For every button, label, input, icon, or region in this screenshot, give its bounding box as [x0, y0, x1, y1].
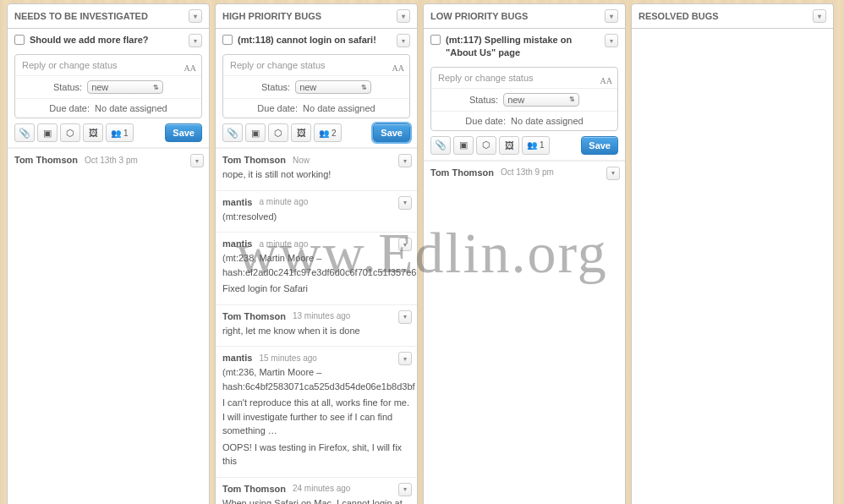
column-header: HIGH PRIORITY BUGS [216, 4, 417, 29]
comment-time: Now [293, 156, 310, 165]
comment: Tom Thomson13 minutes agoright, let me k… [216, 304, 417, 347]
comment-time: Oct 13th 9 pm [501, 167, 554, 177]
comment-author: Tom Thomson [14, 155, 78, 165]
comment-time: a minute ago [259, 197, 308, 206]
column-title: LOW PRIORITY BUGS [430, 11, 528, 21]
comment-body: (mt:resolved) [222, 210, 410, 224]
save-button[interactable]: Save [373, 123, 410, 142]
reply-box: Reply or change statusAAStatus:newDue da… [222, 54, 410, 118]
dropbox-icon[interactable]: ⬡ [476, 136, 496, 155]
reply-input[interactable]: Reply or change statusAA [223, 55, 409, 76]
comment-author: Tom Thomson [222, 484, 286, 494]
comment: mantisa minute ago(mt:resolved) [216, 190, 417, 233]
column: NEEDS TO BE INVESTIGATEDShould we add mo… [7, 3, 210, 504]
comment: mantisa minute ago(mt:238, Martin Moore … [216, 232, 417, 304]
dropbox-icon[interactable]: ⬡ [268, 123, 288, 142]
image-icon[interactable]: 🖼 [83, 123, 103, 142]
column-menu-button[interactable] [189, 9, 202, 23]
comment-time: a minute ago [259, 239, 308, 249]
column: RESOLVED BUGS [631, 3, 834, 504]
column: HIGH PRIORITY BUGS(mt:118) cannot login … [215, 3, 418, 504]
attachment-icon[interactable]: 📎 [222, 123, 243, 142]
comment-author: mantis [222, 197, 252, 207]
card-checkbox[interactable] [14, 35, 25, 45]
comment-author: Tom Thomson [222, 155, 286, 165]
comment-menu-button[interactable] [398, 310, 412, 324]
card-title: (mt:118) cannot login on safari! [238, 34, 392, 47]
comment-menu-button[interactable] [606, 167, 620, 180]
comment-author: Tom Thomson [430, 167, 494, 178]
status-label: Status: [53, 82, 82, 92]
card: Should we add more flare?Reply or change… [8, 29, 209, 148]
attachment-icon[interactable]: 📎 [14, 123, 35, 142]
column-header: NEEDS TO BE INVESTIGATED [8, 4, 209, 29]
reply-input[interactable]: Reply or change statusAA [431, 68, 617, 89]
comment: Tom ThomsonOct 13th 3 pm [8, 148, 209, 173]
comment-menu-button[interactable] [398, 196, 412, 210]
card-checkbox[interactable] [222, 35, 233, 45]
comment-menu-button[interactable] [398, 238, 412, 251]
due-date-label: Due date: [465, 116, 506, 126]
comment-author: Tom Thomson [222, 311, 286, 321]
comment: Tom ThomsonOct 13th 9 pm [424, 161, 625, 186]
save-button[interactable]: Save [165, 123, 202, 142]
comment-time: 24 minutes ago [293, 484, 350, 493]
comment-menu-button[interactable] [398, 352, 412, 365]
people-button[interactable]: 👥1 [522, 136, 550, 155]
comment: Tom ThomsonNownope, it is still not work… [216, 148, 417, 190]
comment-menu-button[interactable] [190, 154, 204, 167]
comment-author: mantis [222, 353, 252, 363]
text-format-icon[interactable]: AA [600, 76, 612, 85]
status-label: Status: [261, 82, 290, 92]
due-date-label: Due date: [49, 103, 90, 113]
image-icon[interactable]: 🖼 [291, 123, 311, 142]
reply-box: Reply or change statusAAStatus:newDue da… [430, 67, 618, 131]
comment-body: nope, it is still not working! [222, 167, 410, 182]
card-checkbox[interactable] [430, 35, 441, 45]
card-menu-button[interactable] [397, 34, 410, 47]
status-select[interactable]: new [503, 93, 579, 107]
document-icon[interactable]: ▣ [245, 123, 266, 142]
comment: Tom Thomson24 minutes agoWhen using Safa… [216, 477, 417, 505]
status-label: Status: [469, 95, 498, 105]
due-date-value[interactable]: No date assigned [303, 103, 375, 113]
comment-author: mantis [222, 238, 252, 249]
comment-body: (mt:236, Martin Moore – hash:6c4bf258307… [222, 365, 410, 468]
column-title: HIGH PRIORITY BUGS [222, 11, 321, 21]
card-menu-button[interactable] [189, 34, 202, 47]
column-menu-button[interactable] [397, 9, 410, 23]
comment-menu-button[interactable] [398, 483, 412, 496]
comment-body: (mt:238, Martin Moore – hash:ef2ad0c241f… [222, 251, 410, 296]
column-menu-button[interactable] [605, 9, 618, 23]
comment-time: 15 minutes ago [259, 353, 316, 363]
card-title: (mt:117) Spelling mistake on "About Us" … [446, 34, 600, 60]
status-select[interactable]: new [87, 80, 163, 94]
document-icon[interactable]: ▣ [37, 123, 58, 142]
people-button[interactable]: 👥2 [314, 123, 342, 142]
text-format-icon[interactable]: AA [392, 63, 404, 73]
card: (mt:118) cannot login on safari!Reply or… [216, 29, 417, 148]
comment-body: right, let me know when it is done [222, 324, 410, 338]
due-date-value[interactable]: No date assigned [511, 116, 584, 126]
attachment-icon[interactable]: 📎 [430, 136, 451, 155]
text-format-icon[interactable]: AA [184, 63, 196, 73]
dropbox-icon[interactable]: ⬡ [60, 123, 80, 142]
column: LOW PRIORITY BUGS(mt:117) Spelling mista… [423, 3, 626, 504]
save-button[interactable]: Save [581, 136, 618, 155]
image-icon[interactable]: 🖼 [499, 136, 519, 155]
column-header: LOW PRIORITY BUGS [424, 4, 625, 29]
document-icon[interactable]: ▣ [453, 136, 474, 155]
comment-time: 13 minutes ago [293, 311, 350, 320]
column-title: RESOLVED BUGS [638, 11, 719, 21]
people-button[interactable]: 👥1 [106, 123, 134, 142]
reply-box: Reply or change statusAAStatus:newDue da… [14, 54, 202, 118]
card-menu-button[interactable] [605, 34, 618, 47]
due-date-value[interactable]: No date assigned [95, 103, 167, 113]
column-title: NEEDS TO BE INVESTIGATED [14, 11, 148, 21]
reply-input[interactable]: Reply or change statusAA [15, 55, 201, 76]
status-select[interactable]: new [295, 80, 371, 94]
column-header: RESOLVED BUGS [632, 4, 833, 29]
column-menu-button[interactable] [813, 9, 826, 23]
comment-menu-button[interactable] [398, 154, 412, 167]
comment: mantis15 minutes ago(mt:236, Martin Moor… [216, 346, 417, 477]
